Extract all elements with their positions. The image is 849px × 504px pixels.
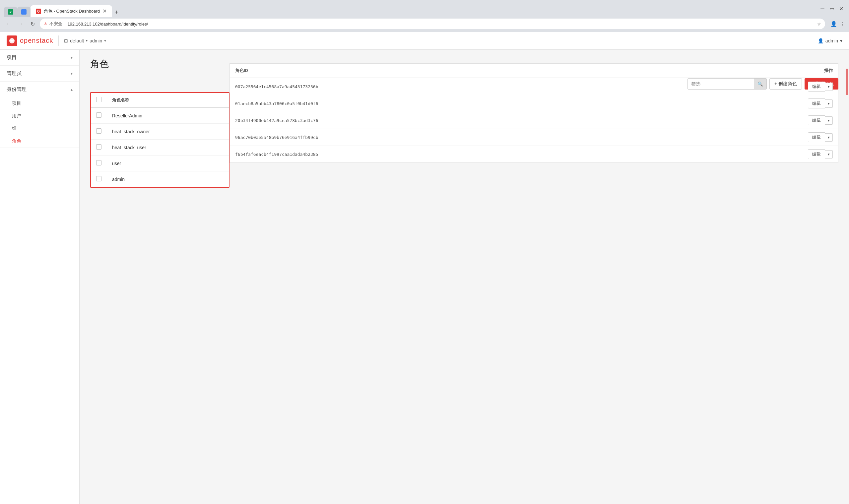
row5-actions: 编辑 ▾: [401, 149, 833, 159]
back-button[interactable]: ←: [4, 19, 13, 29]
user-icon: 👤: [818, 38, 824, 43]
row2-name: heat_stack_owner: [107, 124, 229, 140]
sidebar-header-identity[interactable]: 身份管理 ▴: [0, 82, 79, 97]
header-right: 👤 admin ▾: [818, 38, 842, 43]
row3-id: 20b34f4900eb442a9cea578bc3ad3c76: [230, 112, 396, 129]
chevron-icon-identity: ▴: [71, 87, 73, 92]
header-divider: [58, 35, 59, 46]
table-row: user: [91, 156, 229, 172]
row1-edit-button[interactable]: 编辑: [808, 82, 825, 91]
col-id-header: 角色ID: [230, 64, 396, 78]
main-content: 角色 🔍 + 创建角色 🗑 删除角色: [79, 50, 849, 504]
filter-search-button[interactable]: 🔍: [754, 78, 766, 89]
row3-edit-button[interactable]: 编辑: [808, 115, 825, 125]
table-row: heat_stack_owner: [91, 124, 229, 140]
grid-icon: ⊞: [64, 38, 68, 43]
row1-actions: 编辑 ▾: [401, 82, 833, 91]
user-chevron-icon: ▾: [840, 38, 842, 43]
maximize-button[interactable]: ▭: [828, 5, 836, 13]
row5-checkbox[interactable]: [96, 176, 102, 181]
select-all-checkbox[interactable]: [96, 97, 102, 102]
row2-edit-button[interactable]: 编辑: [808, 98, 825, 108]
roles-name-table: 角色名称 ResellerAdmin heat_stack_owner: [91, 93, 229, 187]
sidebar-item-roles[interactable]: 角色: [0, 135, 79, 147]
chevron-icon-admin: ▾: [71, 71, 73, 76]
sidebar-item-projects[interactable]: 项目: [0, 97, 79, 110]
secure-label: 不安全: [50, 21, 62, 27]
scrollbar-thumb[interactable]: [846, 69, 848, 95]
domain-label: default: [70, 38, 84, 43]
user-account-icon[interactable]: 👤: [830, 21, 837, 27]
col-name-header: 角色名称: [107, 93, 229, 107]
row4-checkbox[interactable]: [96, 160, 102, 165]
browser-menu-icon[interactable]: ⋮: [840, 21, 845, 27]
table-row: 96ac70b0ae5a48b9b76e916a4ffb99cb 编辑 ▾: [230, 129, 838, 146]
row3-checkbox[interactable]: [96, 144, 102, 149]
filter-input[interactable]: [688, 81, 754, 87]
sheets-favicon: [8, 9, 13, 15]
row2-id: 01aecb8a5abb43a7806c0a5f0b41d0f6: [230, 95, 396, 112]
drive-favicon: [21, 9, 26, 15]
svg-rect-3: [10, 12, 11, 13]
create-role-button[interactable]: + 创建角色: [770, 78, 802, 90]
table-row: ResellerAdmin: [91, 107, 229, 124]
table-row: 01aecb8a5abb43a7806c0a5f0b41d0f6 编辑 ▾: [230, 95, 838, 112]
row5-dropdown-button[interactable]: ▾: [825, 150, 833, 159]
row3-dropdown-button[interactable]: ▾: [825, 116, 833, 125]
new-tab-button[interactable]: +: [112, 7, 121, 17]
app-header: openstack ⊞ default • admin ▾ 👤 admin ▾: [0, 32, 849, 50]
security-icon: ⚠: [44, 21, 48, 26]
sidebar-section-project: 项目 ▾: [0, 50, 79, 66]
row5-edit-button[interactable]: 编辑: [808, 149, 825, 159]
address-bar[interactable]: ⚠ 不安全 | 192.168.213.102/dashboard/identi…: [40, 19, 825, 29]
row4-dropdown-button[interactable]: ▾: [825, 133, 833, 142]
row1-checkbox[interactable]: [96, 112, 102, 118]
user-label: admin: [826, 38, 838, 43]
project-label: admin: [90, 38, 102, 43]
search-icon: 🔍: [757, 82, 763, 87]
sidebar-header-admin[interactable]: 管理员 ▾: [0, 66, 79, 81]
bookmark-icon[interactable]: ☆: [817, 21, 821, 26]
row5-name: admin: [107, 172, 229, 187]
url-text: 192.168.213.102/dashboard/identity/roles…: [67, 21, 815, 26]
tab-openstack[interactable]: O 角色 - OpenStack Dashboard ✕: [31, 5, 112, 17]
table-row: heat_stack_user: [91, 140, 229, 156]
chevron-icon: ▾: [71, 55, 73, 60]
domain-project-selector[interactable]: ⊞ default • admin ▾: [64, 38, 106, 43]
tab-sheets[interactable]: [4, 7, 17, 17]
separator: •: [86, 38, 88, 43]
openstack-favicon: O: [36, 8, 41, 14]
row3-name: heat_stack_user: [107, 140, 229, 156]
table-row: 20b34f4900eb442a9cea578bc3ad3c76 编辑 ▾: [230, 112, 838, 129]
tab-drive[interactable]: [17, 7, 31, 17]
filter-input-wrapper: 🔍: [687, 78, 767, 90]
logo-text: openstack: [20, 37, 53, 44]
browser-chrome: O 角色 - OpenStack Dashboard ✕ + ─ ▭ ✕: [0, 0, 849, 17]
col-actions-header: 操作: [396, 64, 838, 78]
row1-id: 007a25564e1c4568a7a9a4543173236b: [230, 78, 396, 95]
reload-button[interactable]: ↻: [28, 19, 37, 29]
row2-dropdown-button[interactable]: ▾: [825, 100, 833, 108]
svg-rect-1: [10, 11, 12, 11]
scrollbar-track: [845, 66, 849, 199]
row4-name: user: [107, 156, 229, 172]
row2-checkbox[interactable]: [96, 128, 102, 133]
table-row: f6b4faf6eacb4f1997caa1dada4b2385 编辑 ▾: [230, 146, 838, 163]
row1-dropdown-button[interactable]: ▾: [825, 83, 833, 91]
row1-name: ResellerAdmin: [107, 107, 229, 124]
user-menu-button[interactable]: 👤 admin ▾: [818, 38, 842, 43]
sidebar-item-users[interactable]: 用户: [0, 110, 79, 122]
sidebar-header-project[interactable]: 项目 ▾: [0, 50, 79, 65]
browser-right-icons: 👤 ⋮: [830, 21, 845, 27]
row4-edit-button[interactable]: 编辑: [808, 132, 825, 142]
forward-button[interactable]: →: [16, 19, 25, 29]
sidebar-item-groups[interactable]: 组: [0, 122, 79, 135]
close-button[interactable]: ✕: [837, 5, 845, 13]
sidebar-section-identity: 身份管理 ▴ 项目 用户 组 角色: [0, 82, 79, 148]
row4-id: 96ac70b0ae5a48b9b76e916a4ffb99cb: [230, 129, 396, 146]
sidebar: 项目 ▾ 管理员 ▾ 身份管理 ▴ 项目 用户 组: [0, 50, 79, 504]
logo-icon: [7, 35, 17, 46]
tab-close-button[interactable]: ✕: [103, 8, 107, 14]
row4-actions: 编辑 ▾: [401, 132, 833, 142]
minimize-button[interactable]: ─: [818, 5, 827, 13]
